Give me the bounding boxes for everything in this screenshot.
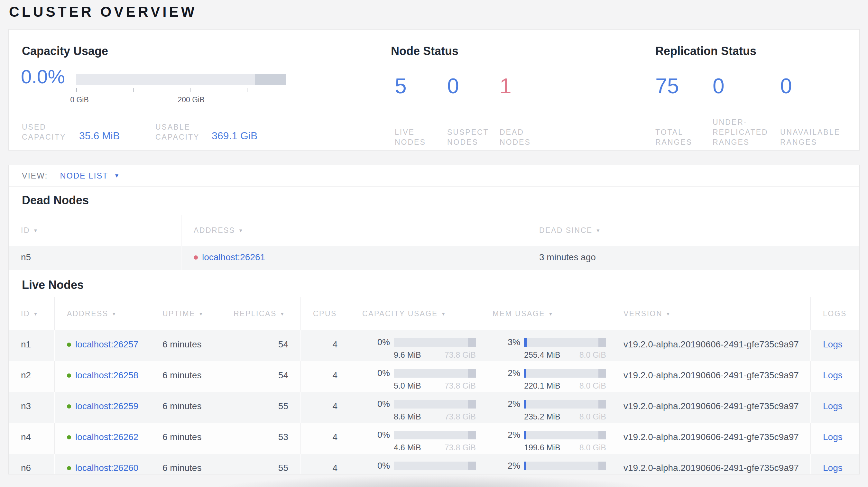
cell-node-id: n1 — [9, 330, 55, 361]
column-header-dead-since[interactable]: DEAD SINCE ▼ — [527, 215, 860, 246]
node-address-link[interactable]: localhost:26258 — [75, 370, 138, 381]
column-header-label: VERSION — [623, 310, 662, 318]
cell-uptime: 6 minutes — [150, 361, 221, 392]
logs-link[interactable]: Logs — [823, 463, 843, 473]
cell-version: v19.2.0-alpha.20190606-2491-gfe735c9a97 — [611, 392, 811, 423]
dead-nodes-header-row: ID ▼ ADDRESS ▼ DEAD SINCE ▼ — [9, 215, 859, 246]
cell-cpus: 4 — [301, 330, 350, 361]
cell-address: localhost:26258 — [55, 361, 150, 392]
axis-tick — [76, 88, 76, 92]
logs-link[interactable]: Logs — [823, 339, 843, 349]
meter-fill — [524, 431, 526, 440]
column-header-id[interactable]: ID ▼ — [9, 215, 181, 246]
column-header-replicas[interactable]: REPLICAS ▼ — [221, 297, 301, 330]
column-header-version[interactable]: VERSION ▼ — [611, 297, 811, 330]
axis-tick-label: 200 GiB — [178, 96, 204, 104]
column-header-cpus[interactable]: CPUS — [301, 297, 350, 330]
axis-tick — [190, 88, 190, 92]
mem-meter-bar — [524, 400, 606, 409]
cell-capacity-usage: 0% 8.6 MiB 73.8 GiB — [350, 392, 480, 423]
node-live-dot-icon — [67, 374, 71, 378]
logs-link[interactable]: Logs — [823, 401, 843, 411]
cell-cpus: 4 — [301, 423, 350, 454]
node-address-link[interactable]: localhost:26260 — [75, 463, 138, 473]
capacity-percent-label: 0% — [362, 369, 390, 378]
column-header-label: CAPACITY USAGE — [362, 310, 438, 318]
node-address-link[interactable]: localhost:26262 — [75, 432, 138, 442]
column-header-label: LOGS — [823, 310, 847, 318]
live-nodes-label: LIVE NODES — [395, 127, 437, 147]
capacity-total-value: 73.8 GiB — [445, 412, 476, 421]
capacity-usage-bar — [76, 74, 286, 85]
column-header-capacity-usage[interactable]: CAPACITY USAGE ▼ — [350, 297, 480, 330]
cell-node-id: n2 — [9, 361, 55, 392]
meter-fill — [524, 338, 527, 347]
used-capacity-label: USED CAPACITY — [22, 122, 79, 142]
meter-reserved-segment — [598, 431, 606, 440]
meter-reserved-segment — [598, 400, 606, 409]
unavailable-ranges-stat: 0 UNAVAILABLE RANGES — [780, 75, 849, 147]
usable-capacity-label: USABLE CAPACITY — [155, 122, 212, 142]
meter-reserved-segment — [468, 431, 476, 440]
column-header-label: UPTIME — [162, 310, 195, 318]
meter-fill — [524, 369, 526, 378]
cell-mem-usage: 2% 235.2 MiB 8.0 GiB — [480, 392, 611, 423]
capacity-used-value: 4.6 MiB — [394, 443, 421, 452]
column-header-mem-usage[interactable]: MEM USAGE ▼ — [480, 297, 611, 330]
table-row: n1 localhost:26257 6 minutes 54 4 0% — [9, 330, 859, 361]
sort-desc-icon: ▼ — [665, 311, 671, 317]
sort-desc-icon: ▼ — [238, 228, 244, 233]
mem-total-value: 8.0 GiB — [580, 350, 606, 360]
summary-card: Capacity Usage 0.0% 0 GiB 200 GiB USED C… — [8, 29, 860, 151]
cell-logs: Logs — [811, 423, 860, 454]
column-header-logs[interactable]: LOGS — [811, 297, 860, 330]
under-replicated-ranges-value: 0 — [713, 75, 771, 97]
view-selector-dropdown[interactable]: NODE LIST ▼ — [60, 171, 119, 181]
node-address-link[interactable]: localhost:26259 — [75, 401, 138, 412]
cell-node-id: n6 — [9, 454, 55, 475]
used-capacity-detail: USED CAPACITY 35.6 MiB — [22, 122, 120, 142]
table-row: n6 localhost:26260 6 minutes 55 4 0% — [9, 454, 859, 475]
capacity-used-value: 9.6 MiB — [394, 350, 421, 360]
mem-total-value: 8.0 GiB — [580, 381, 606, 390]
axis-tick — [247, 88, 247, 92]
cell-uptime: 6 minutes — [150, 454, 221, 475]
column-header-uptime[interactable]: UPTIME ▼ — [150, 297, 221, 330]
capacity-percent-label: 0% — [362, 400, 390, 409]
node-live-dot-icon — [67, 466, 71, 470]
mem-total-value: 8.0 GiB — [580, 412, 606, 421]
mem-used-value: 235.2 MiB — [524, 412, 560, 421]
column-header-id[interactable]: ID ▼ — [9, 297, 55, 330]
mem-total-value: 8.0 GiB — [580, 443, 606, 452]
dead-nodes-table: ID ▼ ADDRESS ▼ DEAD SINCE ▼ n5 localho — [9, 215, 859, 270]
cell-cpus: 4 — [301, 361, 350, 392]
table-row: n5 localhost:26261 3 minutes ago — [9, 246, 859, 270]
node-address-link[interactable]: localhost:26257 — [75, 339, 138, 350]
usable-capacity-value: 369.1 GiB — [212, 130, 257, 142]
mem-used-value: 255.4 MiB — [524, 350, 560, 360]
capacity-percent-label: 0% — [362, 431, 390, 440]
node-address-link[interactable]: localhost:26261 — [202, 252, 265, 262]
column-header-label: CPUS — [313, 310, 337, 318]
table-row: n2 localhost:26258 6 minutes 54 4 0% — [9, 361, 859, 392]
capacity-percent-label: 0% — [362, 462, 390, 470]
cell-mem-usage: 3% 255.4 MiB 8.0 GiB — [480, 330, 611, 361]
dead-nodes-stat: 1 DEAD NODES — [500, 75, 541, 147]
live-nodes-stat: 5 LIVE NODES — [395, 75, 437, 147]
view-label: VIEW: — [22, 171, 48, 181]
mem-meter-bar — [524, 338, 606, 347]
column-header-address[interactable]: ADDRESS ▼ — [181, 215, 527, 246]
capacity-meter-bar — [394, 400, 476, 409]
meter-reserved-segment — [468, 369, 476, 378]
column-header-address[interactable]: ADDRESS ▼ — [55, 297, 150, 330]
node-list-card: VIEW: NODE LIST ▼ Dead Nodes ID ▼ ADDRES… — [8, 165, 860, 475]
node-status-stats: 5 LIVE NODES 0 SUSPECT NODES 1 DEAD NODE… — [395, 75, 552, 147]
total-ranges-label: TOTAL RANGES — [655, 127, 704, 147]
live-nodes-heading: Live Nodes — [22, 278, 859, 292]
cell-logs: Logs — [811, 392, 860, 423]
logs-link[interactable]: Logs — [823, 432, 843, 442]
sort-desc-icon: ▼ — [441, 311, 446, 317]
logs-link[interactable]: Logs — [823, 370, 843, 380]
capacity-meter-bar — [394, 338, 476, 347]
cell-address: localhost:26257 — [55, 330, 150, 361]
